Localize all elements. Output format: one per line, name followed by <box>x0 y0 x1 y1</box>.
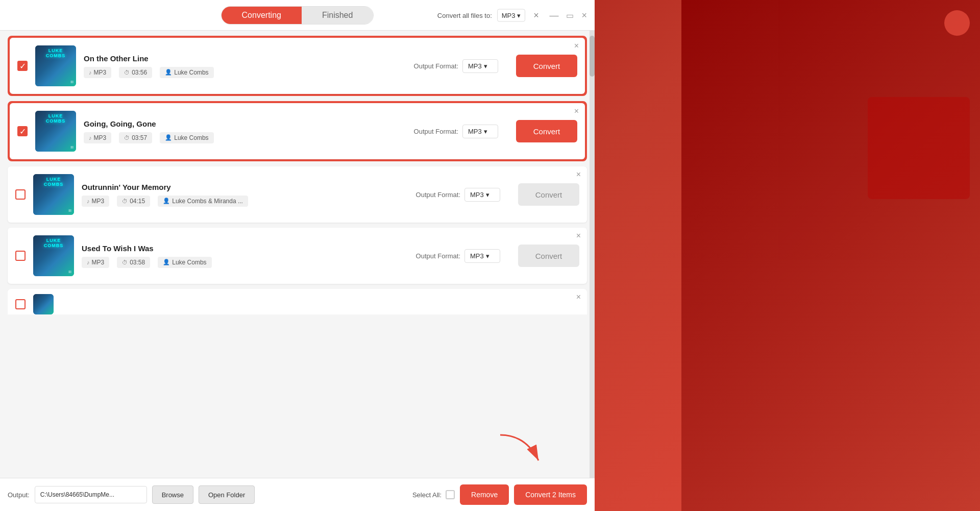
checkbox-5[interactable] <box>15 299 26 309</box>
output-format-dropdown-3[interactable]: MP3 ▾ <box>464 188 500 202</box>
duration-value-3: 04:15 <box>130 198 145 205</box>
output-format-group-4: Output Format: MP3 ▾ <box>416 249 500 263</box>
album-art-2: LUKECOMBS III <box>35 111 76 152</box>
checkbox-4[interactable] <box>15 251 26 261</box>
output-format-value-2: MP3 <box>468 128 482 135</box>
artist-value-3: Luke Combs & Miranda ... <box>172 198 243 205</box>
duration-meta-4: ⏱ 03:58 <box>117 257 150 268</box>
song-card-2: × ✓ LUKECOMBS III Going, Going, Gone ♪ M… <box>10 103 585 159</box>
dialog-header: Converting Finished Convert all files to… <box>0 0 595 31</box>
output-label-3: Output Format: <box>416 191 460 199</box>
card-close-5[interactable]: × <box>576 293 581 301</box>
convert-all-label: Convert all files to: <box>437 11 492 19</box>
song-card-wrapper-1: × ✓ LUKECOMBS III On the Other Line ♪ MP… <box>8 36 587 96</box>
scrollbar[interactable] <box>590 31 595 478</box>
chevron-down-icon: ▾ <box>517 11 521 19</box>
song-title-3: Outrunnin' Your Memory <box>82 183 408 191</box>
convert-items-button[interactable]: Convert 2 Items <box>514 484 587 505</box>
output-path: C:\Users\84665\DumpMe... <box>35 486 147 503</box>
dialog-close-button[interactable]: × <box>530 10 542 21</box>
card-close-4[interactable]: × <box>576 232 581 240</box>
remove-button[interactable]: Remove <box>460 484 509 505</box>
output-format-dropdown-4[interactable]: MP3 ▾ <box>464 249 500 263</box>
album-art-4: LUKECOMBS III <box>33 235 74 276</box>
output-format-value-1: MP3 <box>468 62 482 70</box>
output-format-value-4: MP3 <box>470 252 484 260</box>
convert-button-1[interactable]: Convert <box>516 55 577 77</box>
format-value-3: MP3 <box>92 198 105 205</box>
window-close-button[interactable]: × <box>581 10 587 20</box>
song-title-4: Used To Wish I Was <box>82 244 408 253</box>
album-art-3: LUKECOMBS III <box>33 174 74 215</box>
tab-converting[interactable]: Converting <box>222 7 302 24</box>
song-card-wrapper-5-partial: × <box>8 289 587 314</box>
right-circle <box>944 10 970 36</box>
dropdown-chevron-1: ▾ <box>484 62 487 70</box>
select-all-checkbox[interactable] <box>446 490 455 499</box>
dropdown-chevron-3: ▾ <box>486 191 489 199</box>
output-format-dropdown-2[interactable]: MP3 ▾ <box>462 125 498 138</box>
checkbox-2[interactable]: ✓ <box>17 126 28 136</box>
duration-meta-2: ⏱ 03:57 <box>119 132 152 143</box>
select-all-label: Select All: <box>412 491 442 499</box>
header-right: Convert all files to: MP3 ▾ × — ▭ × <box>437 9 587 21</box>
dropdown-chevron-4: ▾ <box>486 252 489 260</box>
format-value-4: MP3 <box>92 259 105 266</box>
song-meta-3: ♪ MP3 ⏱ 04:15 👤 Luke Combs & Miranda ... <box>82 196 408 207</box>
maximize-button[interactable]: ▭ <box>566 10 574 20</box>
format-meta-3: ♪ MP3 <box>82 196 109 207</box>
card-close-1[interactable]: × <box>574 42 579 50</box>
song-meta-4: ♪ MP3 ⏱ 03:58 👤 Luke Combs <box>82 257 408 268</box>
album-art-1: LUKECOMBS III <box>35 45 76 86</box>
music-icon-1: ♪ <box>89 69 92 76</box>
dropdown-chevron-2: ▾ <box>484 128 487 135</box>
browse-button[interactable]: Browse <box>152 485 193 504</box>
artist-value-1: Luke Combs <box>174 69 208 76</box>
format-select[interactable]: MP3 ▾ <box>497 9 526 21</box>
output-format-value-3: MP3 <box>470 191 484 199</box>
scrollbar-thumb[interactable] <box>590 36 595 77</box>
right-bg-content <box>681 0 980 511</box>
card-close-3[interactable]: × <box>576 171 581 179</box>
dialog-footer: Output: C:\Users\84665\DumpMe... Browse … <box>0 478 595 511</box>
song-card-4: × LUKECOMBS III Used To Wish I Was ♪ MP3 <box>8 228 587 284</box>
person-icon-1: 👤 <box>165 69 172 76</box>
convert-button-2[interactable]: Convert <box>516 120 577 142</box>
checkbox-1[interactable]: ✓ <box>17 61 28 71</box>
format-meta-2: ♪ MP3 <box>84 132 111 143</box>
song-card-wrapper-4: × LUKECOMBS III Used To Wish I Was ♪ MP3 <box>8 228 587 284</box>
artist-meta-4: 👤 Luke Combs <box>158 257 211 268</box>
duration-value-4: 03:58 <box>130 259 145 266</box>
song-info-4: Used To Wish I Was ♪ MP3 ⏱ 03:58 👤 Luke <box>82 244 408 268</box>
duration-value-2: 03:57 <box>132 134 147 141</box>
output-format-dropdown-1[interactable]: MP3 ▾ <box>462 59 498 73</box>
person-icon-3: 👤 <box>163 198 170 204</box>
song-card-5-partial: × <box>8 289 587 314</box>
card-close-2[interactable]: × <box>574 107 579 115</box>
clock-icon-1: ⏱ <box>124 69 130 76</box>
checkbox-3[interactable] <box>15 189 26 200</box>
output-label-2: Output Format: <box>414 128 458 135</box>
open-folder-button[interactable]: Open Folder <box>199 485 255 504</box>
duration-meta-1: ⏱ 03:56 <box>119 67 152 78</box>
song-meta-1: ♪ MP3 ⏱ 03:56 👤 Luke Combs <box>84 67 406 78</box>
person-icon-2: 👤 <box>165 134 172 141</box>
person-icon-4: 👤 <box>163 259 170 265</box>
minimize-button[interactable]: — <box>549 10 558 20</box>
artist-meta-2: 👤 Luke Combs <box>160 132 213 143</box>
artist-value-4: Luke Combs <box>172 259 206 266</box>
convert-button-4[interactable]: Convert <box>518 245 579 267</box>
format-value-1: MP3 <box>94 69 107 76</box>
song-title-2: Going, Going, Gone <box>84 119 406 128</box>
tab-finished[interactable]: Finished <box>302 7 373 24</box>
main-dialog: Converting Finished Convert all files to… <box>0 0 595 511</box>
song-card-wrapper-3: × LUKECOMBS III Outrunnin' Your Memory ♪… <box>8 166 587 223</box>
song-card-wrapper-2: × ✓ LUKECOMBS III Going, Going, Gone ♪ M… <box>8 101 587 161</box>
convert-button-3[interactable]: Convert <box>518 183 579 206</box>
song-card-3: × LUKECOMBS III Outrunnin' Your Memory ♪… <box>8 166 587 223</box>
duration-value-1: 03:56 <box>132 69 147 76</box>
right-panel <box>868 97 970 199</box>
song-card-1: × ✓ LUKECOMBS III On the Other Line ♪ MP… <box>10 38 585 94</box>
output-format-group-2: Output Format: MP3 ▾ <box>414 125 498 138</box>
format-value-2: MP3 <box>94 134 107 141</box>
